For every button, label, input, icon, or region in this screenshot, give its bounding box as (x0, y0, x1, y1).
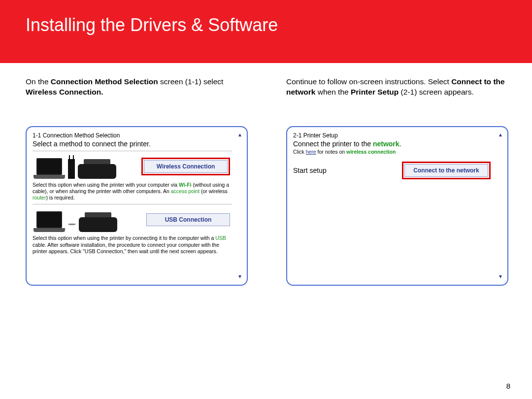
start-setup-row: Start setup Connect to the network (293, 162, 493, 179)
dialog-subtitle: Select a method to connect the printer. (33, 140, 232, 148)
connect-line: Connect the printer to the network. (293, 140, 493, 148)
wireless-description: Select this option when using the printe… (33, 182, 232, 204)
page-header: Installing the Drivers & Software (0, 0, 532, 63)
page-title: Installing the Drivers & Software (26, 0, 278, 35)
dialog-title: 2-1 Printer Setup (293, 132, 493, 139)
wireless-graphic (33, 154, 117, 179)
laptop-icon (33, 211, 65, 232)
dialog-title: 1-1 Connection Method Selection (33, 132, 232, 139)
connect-highlight: Connect to the network (402, 162, 491, 179)
page-number: 8 (506, 382, 510, 390)
router-icon (68, 159, 75, 179)
left-intro-text: On the Connection Method Selection scree… (26, 77, 248, 98)
scroll-down-icon[interactable]: ▾ (236, 273, 244, 281)
start-setup-label: Start setup (293, 166, 327, 174)
connection-method-dialog: ▴ ▾ 1-1 Connection Method Selection Sele… (26, 126, 248, 286)
connect-to-network-button[interactable]: Connect to the network (404, 164, 488, 177)
wireless-row: Wireless Connection (33, 154, 232, 179)
cable-icon (68, 223, 76, 225)
usb-graphic (33, 207, 117, 232)
right-intro-text: Continue to follow on-screen instruction… (286, 77, 508, 98)
right-column: Continue to follow on-screen instruction… (286, 77, 508, 286)
usb-row: USB Connection (33, 207, 232, 232)
wireless-highlight: Wireless Connection (141, 158, 230, 175)
printer-icon (79, 212, 117, 232)
printer-icon (78, 159, 116, 179)
wireless-connection-button[interactable]: Wireless Connection (144, 160, 228, 173)
scroll-up-icon[interactable]: ▴ (497, 131, 504, 139)
scroll-down-icon[interactable]: ▾ (497, 273, 504, 281)
laptop-icon (33, 158, 65, 179)
usb-description: Select this option when using the printe… (33, 235, 232, 257)
notes-line: Click here for notes on wireless connect… (293, 149, 493, 155)
printer-setup-dialog: ▴ ▾ 2-1 Printer Setup Connect the printe… (286, 126, 508, 286)
scroll-up-icon[interactable]: ▴ (236, 131, 244, 139)
left-column: On the Connection Method Selection scree… (26, 77, 248, 286)
usb-connection-button[interactable]: USB Connection (146, 213, 230, 226)
content-row: On the Connection Method Selection scree… (0, 63, 532, 286)
